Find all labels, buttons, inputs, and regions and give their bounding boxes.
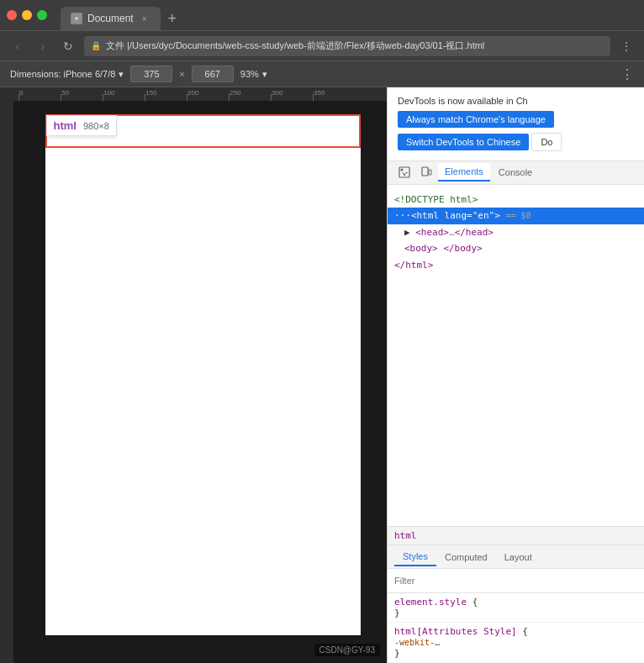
html-tree: <!DOCTYPE html> ···<html lang="en"> == $… <box>388 185 644 527</box>
match-language-button[interactable]: Always match Chrome's language <box>398 111 554 128</box>
address-bar: ‹ › ↻ 🔒 文件 |/Users/dyc/Documents/web-css… <box>0 30 644 61</box>
tree-doctype[interactable]: <!DOCTYPE html> <box>388 192 644 208</box>
rule1-selector: element.style <box>394 597 467 608</box>
element-tag: html <box>54 119 77 132</box>
page-frame: html 980×8 <box>45 114 361 635</box>
svg-point-3 <box>401 169 404 171</box>
bottom-panel: html Styles Computed Layout element.styl… <box>388 526 644 663</box>
devtools-tabs: Elements Console <box>388 161 644 185</box>
switch-chinese-button[interactable]: Switch DevTools to Chinese <box>398 134 529 150</box>
tab-bar: Document × + <box>61 0 637 30</box>
device-selector[interactable]: Dimensions: iPhone 6/7/8 ▾ <box>10 69 124 80</box>
notification-text: DevTools is now available in Ch <box>398 96 528 106</box>
breadcrumb-tag: html <box>394 530 417 541</box>
filter-bar <box>388 569 644 593</box>
minimize-button[interactable] <box>22 10 32 20</box>
tab-favicon <box>71 13 82 24</box>
dimensions-label: Dimensions: iPhone 6/7/8 <box>10 69 115 79</box>
toolbar-more-button[interactable]: ⋮ <box>620 66 634 82</box>
url-text: 文件 |/Users/dyc/Documents/web-css-study/w… <box>106 39 484 52</box>
ruler-vertical <box>0 87 13 663</box>
tab-console[interactable]: Console <box>492 164 539 181</box>
svg-point-1 <box>75 17 78 20</box>
watermark: CSDN@GY-93 <box>314 644 380 656</box>
webkit-property: -webkit- <box>394 638 435 647</box>
svg-rect-4 <box>422 167 428 176</box>
viewport-area: 050100150200250300350 html 980×8 CSDN@GY… <box>0 87 387 663</box>
dimension-separator: × <box>179 69 184 79</box>
style-rule-attributes: html[Attributes Style] { -webkit-… } <box>388 623 644 663</box>
tree-head[interactable]: ▶ <head>…</head> <box>388 224 644 241</box>
url-bar[interactable]: 🔒 文件 |/Users/dyc/Documents/web-css-study… <box>84 36 610 56</box>
styles-panel: Styles Computed Layout element.style { }… <box>388 545 644 663</box>
styles-tabs: Styles Computed Layout <box>388 545 644 569</box>
zoom-selector[interactable]: 93% ▾ <box>240 69 267 80</box>
lock-icon: 🔒 <box>91 41 101 50</box>
title-bar: Document × + <box>0 0 644 30</box>
computed-tab[interactable]: Computed <box>436 549 496 566</box>
new-tab-button[interactable]: + <box>161 7 184 30</box>
element-dimensions: 980×8 <box>83 121 109 131</box>
browser-tab[interactable]: Document × <box>61 7 161 30</box>
rule2-selector: html[Attributes Style] <box>394 626 517 637</box>
ruler-horizontal: 050100150200250300350 <box>0 87 387 101</box>
device-chevron-icon: ▾ <box>119 69 124 80</box>
tab-elements[interactable]: Elements <box>438 163 490 182</box>
element-breadcrumb: html <box>388 527 644 545</box>
devtools-notification: DevTools is now available in Ch Always m… <box>388 87 644 161</box>
tab-title: Document <box>87 13 134 24</box>
back-button[interactable]: ‹ <box>8 37 27 55</box>
layout-tab[interactable]: Layout <box>496 549 541 566</box>
main-area: 050100150200250300350 html 980×8 CSDN@GY… <box>0 87 644 663</box>
more-options-button[interactable]: ⋮ <box>617 37 636 55</box>
close-button[interactable] <box>7 10 17 20</box>
element-highlight: html 980×8 <box>45 114 361 148</box>
tab-close-button[interactable]: × <box>139 13 150 24</box>
device-toggle-button[interactable] <box>416 162 436 182</box>
zoom-chevron-icon: ▾ <box>262 69 267 80</box>
refresh-button[interactable]: ↻ <box>59 37 77 55</box>
filter-input[interactable] <box>394 572 637 589</box>
tree-html-open[interactable]: ···<html lang="en"> == $0 <box>388 208 644 224</box>
style-rule-element: element.style { } <box>388 593 644 623</box>
svg-rect-5 <box>429 170 431 175</box>
rule1-open-brace: { <box>472 597 478 608</box>
rule2-close-brace: } <box>394 648 400 659</box>
doctype-text: <!DOCTYPE html> <box>394 194 478 205</box>
forward-button[interactable]: › <box>34 37 52 55</box>
styles-tab[interactable]: Styles <box>394 548 436 566</box>
tree-body[interactable]: <body> </body> <box>388 240 644 257</box>
rule1-close-brace: } <box>394 608 400 618</box>
rule2-open-brace: { <box>522 626 528 637</box>
maximize-button[interactable] <box>37 10 47 20</box>
height-input[interactable] <box>192 66 234 82</box>
inspect-element-button[interactable] <box>394 162 414 182</box>
traffic-lights <box>7 10 47 20</box>
width-input[interactable] <box>130 66 172 82</box>
dismiss-notification-button[interactable]: Do <box>531 133 562 151</box>
devtools-panel: DevTools is now available in Ch Always m… <box>387 87 644 663</box>
device-toolbar: Dimensions: iPhone 6/7/8 ▾ × 93% ▾ ⋮ <box>0 61 644 87</box>
zoom-label: 93% <box>240 69 259 79</box>
tree-html-close[interactable]: </html> <box>388 257 644 274</box>
element-label: html 980×8 <box>46 115 117 136</box>
